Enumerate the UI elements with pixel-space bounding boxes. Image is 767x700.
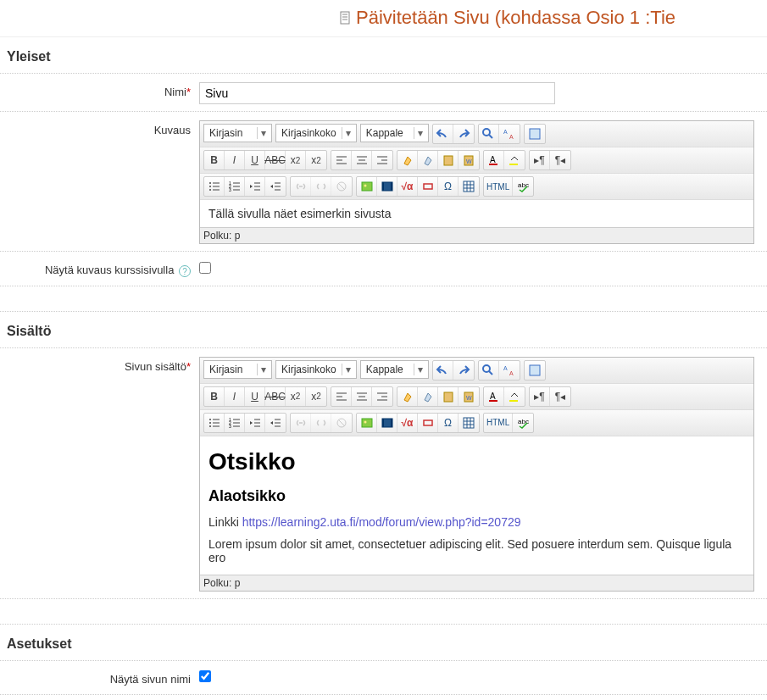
clean-icon[interactable] xyxy=(397,151,418,169)
subscript-icon[interactable]: x2 xyxy=(286,151,306,169)
description-content[interactable]: Tällä sivulla näet esimerkin sivusta xyxy=(200,200,753,227)
equation-icon[interactable]: √α xyxy=(397,177,418,196)
label-show-desc-course: Näytä kuvaus kurssisivulla ? xyxy=(0,260,199,286)
format-select[interactable]: Kappale▾ xyxy=(360,124,429,142)
bold-icon[interactable]: B xyxy=(204,387,225,406)
equation-icon[interactable]: √α xyxy=(397,414,418,432)
align-left-icon[interactable] xyxy=(331,151,352,169)
ltr-icon[interactable]: ▸¶ xyxy=(530,387,550,406)
underline-icon[interactable]: U xyxy=(245,387,265,406)
font-select[interactable]: Kirjasin▾ xyxy=(203,124,272,142)
format-select[interactable]: Kappale▾ xyxy=(360,360,429,379)
italic-icon[interactable]: I xyxy=(225,151,245,169)
search-icon[interactable] xyxy=(479,361,499,380)
fontsize-select[interactable]: Kirjasinkoko▾ xyxy=(275,360,357,379)
font-select[interactable]: Kirjasin▾ xyxy=(203,360,272,379)
fullscreen-icon[interactable] xyxy=(525,361,545,380)
html-button[interactable]: HTML xyxy=(484,414,513,432)
help-icon[interactable]: ? xyxy=(179,265,191,277)
ol-icon[interactable]: 123 xyxy=(225,414,245,432)
indent-icon[interactable] xyxy=(265,414,286,432)
spellcheck-icon[interactable]: abc xyxy=(513,414,533,432)
ol-icon[interactable]: 123 xyxy=(225,177,245,196)
svg-point-56 xyxy=(483,365,490,372)
name-input[interactable] xyxy=(199,82,555,104)
image-icon[interactable] xyxy=(357,414,377,432)
media-icon[interactable] xyxy=(377,414,397,432)
paste-text-icon[interactable] xyxy=(438,151,459,169)
char-icon[interactable]: Ω xyxy=(438,414,459,432)
rtl-icon[interactable]: ¶◂ xyxy=(550,387,570,406)
bgcolor-icon[interactable] xyxy=(504,387,525,406)
html-button[interactable]: HTML xyxy=(484,177,513,196)
svg-rect-50 xyxy=(464,181,474,192)
nolink-icon[interactable] xyxy=(331,414,352,432)
bgcolor-icon[interactable] xyxy=(504,151,525,169)
removeformat-icon[interactable] xyxy=(418,151,438,169)
nonbreaking-icon[interactable] xyxy=(418,177,438,196)
spellcheck-icon[interactable]: abc xyxy=(513,177,533,196)
indent-icon[interactable] xyxy=(265,177,286,196)
replace-icon[interactable]: AA xyxy=(499,125,520,143)
show-desc-course-checkbox[interactable] xyxy=(199,262,211,274)
undo-icon[interactable] xyxy=(433,361,453,380)
subscript-icon[interactable]: x2 xyxy=(286,387,306,406)
svg-rect-18 xyxy=(444,156,453,165)
char-icon[interactable]: Ω xyxy=(438,177,459,196)
section-settings-header: Asetukset xyxy=(0,625,767,661)
svg-rect-44 xyxy=(362,182,372,191)
pagecontent-content[interactable]: Otsikko Alaotsikko Linkki https://learni… xyxy=(200,436,753,575)
underline-icon[interactable]: U xyxy=(245,151,265,169)
label-show-page-name: Näytä sivun nimi xyxy=(0,669,199,694)
paste-word-icon[interactable]: W xyxy=(459,151,479,169)
svg-rect-96 xyxy=(362,419,372,427)
paste-word-icon[interactable]: W xyxy=(459,387,479,406)
svg-text:3: 3 xyxy=(229,187,231,192)
superscript-icon[interactable]: x2 xyxy=(306,387,326,406)
fullscreen-icon[interactable] xyxy=(525,125,545,143)
show-page-name-checkbox[interactable] xyxy=(199,670,211,682)
paste-text-icon[interactable] xyxy=(438,387,459,406)
nolink-icon[interactable] xyxy=(331,177,352,196)
link-icon[interactable] xyxy=(291,414,311,432)
ul-icon[interactable] xyxy=(204,414,225,432)
redo-icon[interactable] xyxy=(453,125,474,143)
table-icon[interactable] xyxy=(459,177,479,196)
fontsize-select[interactable]: Kirjasinkoko▾ xyxy=(275,124,357,142)
image-icon[interactable] xyxy=(357,177,377,196)
outdent-icon[interactable] xyxy=(245,177,265,196)
table-icon[interactable] xyxy=(459,414,479,432)
ltr-icon[interactable]: ▸¶ xyxy=(530,151,550,169)
svg-point-80 xyxy=(209,425,211,427)
undo-icon[interactable] xyxy=(433,125,453,143)
align-left-icon[interactable] xyxy=(331,387,352,406)
align-center-icon[interactable] xyxy=(352,151,372,169)
strike-icon[interactable]: ABC xyxy=(265,387,286,406)
svg-text:A: A xyxy=(503,365,508,371)
rtl-icon[interactable]: ¶◂ xyxy=(550,151,570,169)
italic-icon[interactable]: I xyxy=(225,387,245,406)
link-icon[interactable] xyxy=(291,177,311,196)
unlink-icon[interactable] xyxy=(311,177,331,196)
textcolor-icon[interactable]: A xyxy=(484,387,504,406)
clean-icon[interactable] xyxy=(397,387,418,406)
ul-icon[interactable] xyxy=(204,177,225,196)
content-link[interactable]: https://learning2.uta.fi/mod/forum/view.… xyxy=(242,515,521,529)
align-center-icon[interactable] xyxy=(352,387,372,406)
outdent-icon[interactable] xyxy=(245,414,265,432)
svg-point-24 xyxy=(209,182,211,184)
unlink-icon[interactable] xyxy=(311,414,331,432)
search-icon[interactable] xyxy=(479,125,499,143)
replace-icon[interactable]: AA xyxy=(499,361,520,380)
align-right-icon[interactable] xyxy=(372,387,392,406)
media-icon[interactable] xyxy=(377,177,397,196)
textcolor-icon[interactable]: A xyxy=(484,151,504,169)
nonbreaking-icon[interactable] xyxy=(418,414,438,432)
svg-point-45 xyxy=(364,185,366,187)
removeformat-icon[interactable] xyxy=(418,387,438,406)
superscript-icon[interactable]: x2 xyxy=(306,151,326,169)
bold-icon[interactable]: B xyxy=(204,151,225,169)
strike-icon[interactable]: ABC xyxy=(265,151,286,169)
redo-icon[interactable] xyxy=(453,361,474,380)
align-right-icon[interactable] xyxy=(372,151,392,169)
